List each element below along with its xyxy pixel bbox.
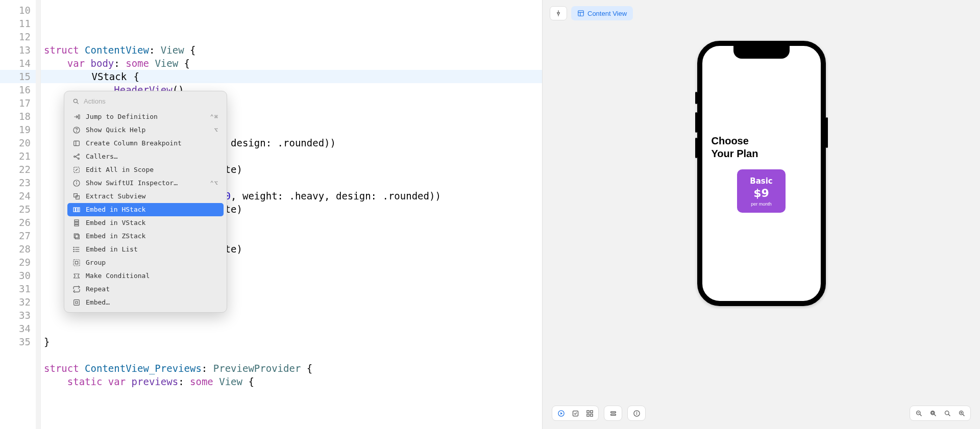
live-preview-button[interactable] xyxy=(554,407,568,420)
context-menu-item-label: Embed… xyxy=(86,296,218,309)
svg-point-9 xyxy=(78,158,80,160)
group-icon xyxy=(72,259,81,267)
svg-rect-30 xyxy=(74,260,80,266)
context-menu-item[interactable]: Callers… xyxy=(67,150,224,163)
line-number: 20 xyxy=(0,136,36,149)
code-line[interactable]: } xyxy=(41,335,542,348)
svg-rect-33 xyxy=(578,11,584,16)
zstack-icon xyxy=(72,232,81,240)
device-side-button xyxy=(695,92,697,104)
context-menu-item[interactable]: Group xyxy=(67,256,224,269)
svg-rect-43 xyxy=(610,411,616,413)
svg-point-29 xyxy=(74,251,74,251)
zoom-toolbar xyxy=(910,406,971,421)
arrow-def-icon xyxy=(72,113,81,121)
col-bp-icon xyxy=(72,139,81,147)
svg-marker-37 xyxy=(560,412,562,415)
actions-search-input[interactable] xyxy=(84,97,218,105)
actions-search-row xyxy=(67,94,224,110)
context-menu-item-label: Embed in HStack xyxy=(86,203,218,216)
zoom-out-button[interactable] xyxy=(912,407,925,420)
svg-point-0 xyxy=(74,99,77,103)
svg-line-1 xyxy=(77,102,78,104)
line-number: 23 xyxy=(0,176,36,189)
svg-rect-38 xyxy=(573,411,578,416)
svg-rect-16 xyxy=(74,208,75,212)
line-number: 30 xyxy=(0,269,36,282)
extract-icon xyxy=(72,192,81,200)
code-line[interactable]: var body: some View { xyxy=(41,57,542,70)
context-menu-item[interactable]: Embed in List xyxy=(67,243,224,256)
context-menu-item[interactable]: Embed… xyxy=(67,296,224,309)
line-number: 31 xyxy=(0,282,36,295)
context-menu-item-label: Group xyxy=(86,256,218,269)
preview-canvas: Content View Choose Your Plan Basic $9 xyxy=(542,0,980,429)
context-menu-item[interactable]: Show SwiftUI Inspector…⌃⌥ xyxy=(67,176,224,190)
context-menu-item[interactable]: Repeat xyxy=(67,283,224,296)
context-menu-item[interactable]: Jump to Definition⌃⌘ xyxy=(67,110,224,123)
context-menu-item-shortcut: ⌃⌥ xyxy=(210,176,218,190)
plan-title: Basic xyxy=(748,176,774,186)
context-menu-item[interactable]: Embed in HStack xyxy=(67,203,224,216)
svg-rect-15 xyxy=(76,196,80,199)
gutter-bar xyxy=(36,0,41,429)
code-line[interactable]: static var previews: some View { xyxy=(41,375,542,388)
svg-point-47 xyxy=(636,412,637,412)
line-number: 16 xyxy=(0,83,36,96)
context-menu-item-label: Extract Subview xyxy=(86,190,218,203)
svg-rect-44 xyxy=(610,414,616,415)
context-menu-item[interactable]: Create Column Breakpoint xyxy=(67,137,224,150)
zoom-actual-button[interactable] xyxy=(941,407,954,420)
device-settings-toolbar xyxy=(604,406,622,421)
context-menu-item-label: Embed in VStack xyxy=(86,216,218,230)
preview-target-chip[interactable]: Content View xyxy=(571,6,633,20)
line-number: 25 xyxy=(0,203,36,216)
context-menu-item[interactable]: Extract Subview xyxy=(67,190,224,203)
svg-rect-39 xyxy=(586,410,589,412)
code-editor[interactable]: 1011121314151617181920212223242526272829… xyxy=(0,0,542,429)
svg-rect-22 xyxy=(74,234,78,238)
pin-icon xyxy=(555,10,562,17)
plan-card: Basic $9 per month xyxy=(737,169,786,213)
svg-rect-23 xyxy=(75,235,79,239)
zoom-in-button[interactable] xyxy=(955,407,968,420)
line-number: 19 xyxy=(0,123,36,136)
selectable-preview-button[interactable] xyxy=(569,407,582,420)
context-menu-item[interactable]: Embed in ZStack xyxy=(67,230,224,243)
context-menu-item[interactable]: Make Conditional xyxy=(67,269,224,283)
context-menu-item-label: Embed in ZStack xyxy=(86,230,218,243)
code-line[interactable]: struct ContentView_Previews: PreviewProv… xyxy=(41,362,542,375)
code-line[interactable] xyxy=(41,348,542,362)
pin-preview-button[interactable] xyxy=(550,6,567,20)
variants-button[interactable] xyxy=(583,407,596,420)
question-icon xyxy=(72,126,81,134)
line-number: 13 xyxy=(0,43,36,57)
svg-point-51 xyxy=(930,411,935,415)
context-menu-item-label: Edit All in Scope xyxy=(86,163,218,176)
line-number: 18 xyxy=(0,110,36,123)
device-preview: Choose Your Plan Basic $9 per month xyxy=(697,41,826,306)
code-line[interactable] xyxy=(41,322,542,335)
code-line[interactable]: VStack { xyxy=(41,70,542,83)
context-menu-item[interactable]: Show Quick Help⌥ xyxy=(67,123,224,137)
line-number: 33 xyxy=(0,309,36,322)
hstack-icon xyxy=(72,206,81,214)
zoom-fit-button[interactable] xyxy=(926,407,940,420)
preview-info-button[interactable] xyxy=(630,407,643,420)
svg-rect-14 xyxy=(74,194,78,197)
code-line[interactable]: struct ContentView: View { xyxy=(41,43,542,57)
svg-rect-18 xyxy=(78,208,80,212)
context-menu-item[interactable]: Embed in VStack xyxy=(67,216,224,230)
actions-context-menu[interactable]: Jump to Definition⌃⌘Show Quick Help⌥Crea… xyxy=(64,91,227,313)
device-screen: Choose Your Plan Basic $9 per month xyxy=(702,46,821,301)
svg-rect-40 xyxy=(590,410,592,412)
context-menu-item-label: Show Quick Help xyxy=(86,123,209,137)
plan-price: $9 xyxy=(748,187,774,199)
device-settings-button[interactable] xyxy=(606,407,620,420)
svg-rect-42 xyxy=(590,414,592,416)
context-menu-item[interactable]: Edit All in Scope xyxy=(67,163,224,176)
svg-line-55 xyxy=(948,414,950,416)
context-menu-item-shortcut: ⌃⌘ xyxy=(210,110,218,123)
svg-point-54 xyxy=(945,411,949,415)
plan-sub: per month xyxy=(748,201,774,207)
